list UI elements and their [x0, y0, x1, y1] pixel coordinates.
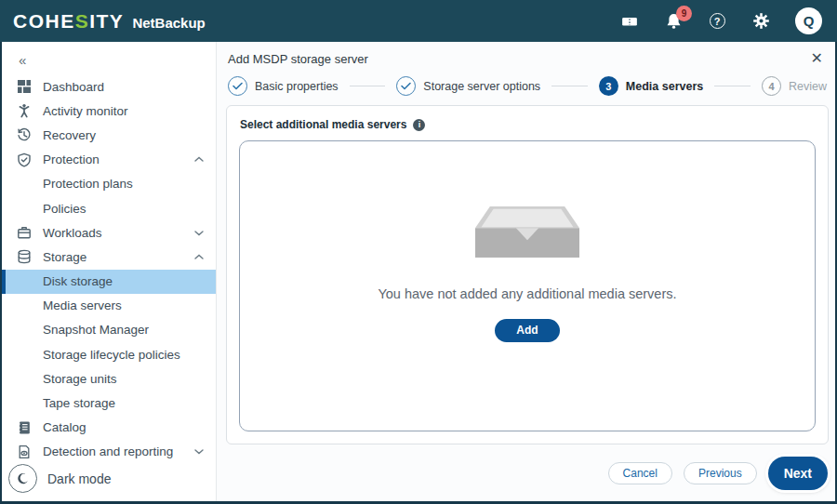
step-label: Review — [789, 80, 827, 93]
sidebar: « Dashboard Activity monitor Recovery Pr… — [2, 42, 217, 501]
briefcase-icon — [16, 224, 33, 241]
sidebar-item-activity-monitor[interactable]: Activity monitor — [2, 99, 216, 123]
sidebar-item-snapshot-manager[interactable]: Snapshot Manager — [2, 318, 216, 342]
sidebar-item-detection-and-reporting[interactable]: Detection and reporting — [2, 440, 216, 464]
chevron-up-icon — [194, 156, 204, 163]
sidebar-item-protection-plans[interactable]: Protection plans — [2, 172, 216, 196]
sidebar-item-storage[interactable]: Storage — [2, 245, 216, 269]
sidebar-item-label: Disk storage — [43, 274, 113, 288]
sidebar-item-workloads[interactable]: Workloads — [2, 220, 216, 245]
sidebar-collapse-button[interactable]: « — [2, 49, 216, 74]
step-connector — [350, 86, 386, 86]
dashboard-icon — [16, 78, 33, 95]
sidebar-item-dashboard[interactable]: Dashboard — [2, 74, 216, 99]
cancel-button[interactable]: Cancel — [608, 462, 672, 484]
sidebar-item-label: Activity monitor — [43, 104, 128, 118]
settings-gear-icon[interactable] — [751, 12, 770, 31]
notification-count-badge: 9 — [676, 6, 692, 21]
empty-inbox-icon — [475, 205, 579, 261]
main-content: Add MSDP storage server ✕ Basic properti… — [217, 42, 835, 501]
media-servers-panel: Select additional media servers i You ha… — [226, 105, 829, 444]
sidebar-item-storage-units[interactable]: Storage units — [2, 366, 216, 391]
user-avatar[interactable]: Q — [795, 7, 822, 34]
section-header: Select additional media servers i — [239, 116, 816, 140]
next-button[interactable]: Next — [768, 457, 828, 490]
step-connector — [714, 86, 751, 86]
step-storage-server-options[interactable]: Storage server options — [396, 76, 540, 96]
top-bar-actions: 9 ? Q — [620, 7, 822, 34]
sidebar-nav: Dashboard Activity monitor Recovery Prot… — [2, 74, 216, 458]
step-number: 4 — [762, 76, 781, 96]
shield-check-icon — [16, 152, 33, 168]
sidebar-item-label: Tape storage — [43, 396, 115, 410]
sidebar-item-label: Storage lifecycle policies — [43, 348, 180, 362]
storage-database-icon — [16, 248, 33, 265]
chevron-down-icon — [194, 230, 204, 236]
step-number: 3 — [599, 76, 618, 96]
moon-icon — [8, 464, 37, 493]
empty-state-message: You have not added any additional media … — [378, 286, 676, 301]
sidebar-item-media-servers[interactable]: Media servers — [2, 294, 216, 318]
step-review[interactable]: 4 Review — [762, 76, 827, 96]
step-label: Basic properties — [255, 80, 339, 93]
section-label: Select additional media servers — [240, 118, 406, 131]
previous-button[interactable]: Previous — [684, 462, 757, 484]
add-button[interactable]: Add — [495, 319, 559, 342]
brand: COHESITY NetBackup — [13, 10, 206, 33]
sidebar-item-policies[interactable]: Policies — [2, 196, 216, 220]
report-eye-icon — [16, 444, 33, 460]
sidebar-item-label: Workloads — [43, 226, 102, 240]
logo-text-2: ITY — [89, 10, 124, 32]
product-name: NetBackup — [132, 15, 205, 31]
info-icon[interactable]: i — [413, 119, 425, 131]
top-bar: COHESITY NetBackup 9 ? — [0, 0, 837, 42]
sidebar-item-label: Recovery — [43, 128, 96, 142]
sidebar-item-label: Catalog — [43, 420, 86, 434]
sidebar-item-label: Storage — [43, 250, 86, 264]
sidebar-item-label: Protection — [43, 153, 100, 166]
sidebar-item-label: Media servers — [43, 298, 122, 312]
chevron-down-icon — [194, 448, 204, 455]
chevron-up-icon — [194, 254, 204, 260]
logo-s-mark: S — [75, 10, 90, 32]
sidebar-item-label: Snapshot Manager — [43, 323, 149, 337]
sidebar-item-label: Policies — [43, 202, 86, 216]
step-check-icon — [396, 76, 416, 96]
media-servers-empty-state: You have not added any additional media … — [239, 140, 816, 431]
logo-text: COHE — [13, 10, 75, 32]
app-window: COHESITY NetBackup 9 ? — [0, 0, 837, 504]
dark-mode-toggle[interactable]: Dark mode — [2, 458, 216, 501]
close-icon[interactable]: ✕ — [808, 51, 826, 66]
step-media-servers[interactable]: 3 Media servers — [599, 76, 703, 96]
sidebar-item-tape-storage[interactable]: Tape storage — [2, 391, 216, 415]
step-label: Media servers — [626, 80, 703, 93]
sidebar-item-catalog[interactable]: Catalog — [2, 416, 216, 440]
sidebar-item-disk-storage[interactable]: Disk storage — [2, 270, 216, 294]
sidebar-item-recovery[interactable]: Recovery — [2, 123, 216, 147]
step-basic-properties[interactable]: Basic properties — [228, 76, 339, 96]
cohesity-logo: COHESITY — [13, 10, 124, 33]
sidebar-item-storage-lifecycle-policies[interactable]: Storage lifecycle policies — [2, 342, 216, 366]
wizard-header: Add MSDP storage server ✕ — [226, 42, 829, 70]
dark-mode-label: Dark mode — [47, 471, 111, 486]
recovery-icon — [16, 126, 33, 143]
sidebar-item-label: Dashboard — [43, 80, 104, 94]
sidebar-item-label: Detection and reporting — [43, 444, 173, 458]
wizard-title: Add MSDP storage server — [228, 52, 368, 66]
wizard-stepper: Basic properties Storage server options … — [226, 70, 829, 105]
sidebar-item-label: Storage units — [43, 372, 117, 386]
sidebar-item-label: Protection plans — [43, 177, 133, 191]
support-ticket-icon[interactable] — [620, 12, 639, 31]
sidebar-item-protection[interactable]: Protection — [2, 148, 216, 172]
step-connector — [551, 86, 588, 86]
help-icon[interactable]: ? — [708, 12, 726, 31]
notifications-bell-icon[interactable]: 9 — [664, 12, 683, 31]
catalog-book-icon — [16, 419, 33, 436]
activity-monitor-icon — [16, 102, 33, 119]
step-check-icon — [228, 76, 247, 96]
wizard-footer: Cancel Previous Next — [226, 444, 829, 501]
step-label: Storage server options — [423, 80, 540, 93]
